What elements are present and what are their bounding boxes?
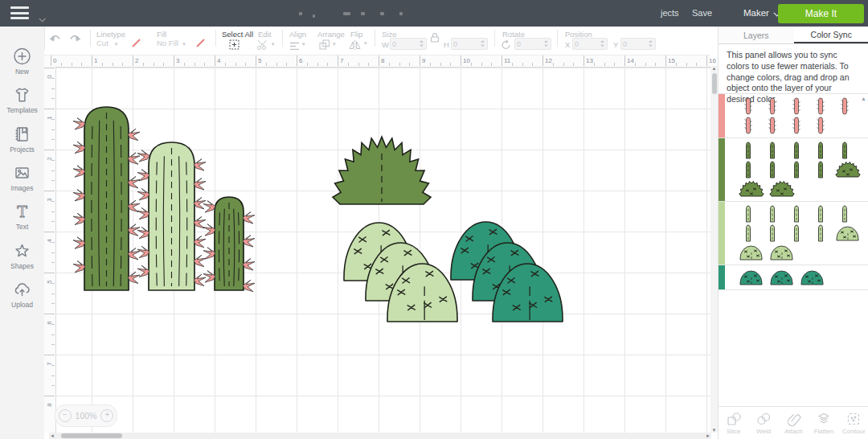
cactus-tall-dark[interactable] xyxy=(73,107,140,290)
action-label: Attach xyxy=(784,428,803,435)
layer-thumbnail-dome[interactable] xyxy=(768,243,796,262)
dome-cactus-group-teal[interactable] xyxy=(451,222,563,322)
color-sync-row-light-green[interactable] xyxy=(719,201,868,265)
sidebar-item-templates[interactable]: Templates xyxy=(0,80,44,119)
save-button[interactable]: Save xyxy=(692,8,712,18)
arrange-label[interactable]: Arrange xyxy=(317,30,345,39)
layer-thumbnail-dome[interactable] xyxy=(834,224,862,243)
fill-color-swatch[interactable] xyxy=(195,38,206,48)
scroll-up-icon[interactable]: ▲ xyxy=(712,66,717,71)
layer-thumbnail-sliver[interactable] xyxy=(768,224,776,243)
layer-thumbnail-dome[interactable] xyxy=(738,243,765,262)
projects-link[interactable]: jects xyxy=(661,8,679,18)
layer-thumbnail-dome[interactable] xyxy=(768,268,796,287)
header-chevron-icon[interactable] xyxy=(39,10,44,25)
layer-thumbnail-spine[interactable] xyxy=(743,116,754,135)
cactus-tall-light[interactable] xyxy=(137,142,206,290)
attach-button[interactable]: Attach xyxy=(779,407,809,439)
stepper-icon[interactable] xyxy=(419,39,424,48)
layer-thumbnail-spine[interactable] xyxy=(839,96,850,116)
layer-thumbnail-sliver[interactable] xyxy=(817,224,825,243)
layer-thumbnail-sliver[interactable] xyxy=(817,204,825,224)
layer-thumbnail-sliver[interactable] xyxy=(744,204,752,224)
select-all-button[interactable]: Select All xyxy=(222,30,253,39)
layer-thumbnail-sliver[interactable] xyxy=(792,224,800,243)
layer-thumbnail-sliver[interactable] xyxy=(768,204,776,224)
linetype-color-swatch[interactable] xyxy=(131,38,141,48)
layer-thumbnail-spine[interactable] xyxy=(791,116,802,135)
position-x-input[interactable]: 0 xyxy=(572,38,608,50)
layer-thumbnail-sliver[interactable] xyxy=(817,141,825,160)
machine-selector[interactable]: Maker xyxy=(743,8,779,18)
layer-thumbnail-sliver[interactable] xyxy=(817,160,825,179)
vertical-scrollbar[interactable]: ▲ ▼ xyxy=(710,66,718,433)
lock-icon[interactable] xyxy=(430,31,440,46)
scroll-down-icon[interactable]: ▼ xyxy=(712,428,717,433)
sidebar-item-new[interactable]: New xyxy=(0,42,44,80)
sidebar-item-shapes[interactable]: Shapes xyxy=(0,236,44,274)
flatten-button[interactable]: Flatten xyxy=(809,407,838,439)
horizontal-scrollbar[interactable]: ◄ ► xyxy=(49,433,711,439)
zoom-out-button[interactable]: − xyxy=(59,409,72,422)
sidebar-item-images[interactable]: Images xyxy=(0,158,44,197)
canvas-artwork[interactable] xyxy=(44,50,718,433)
layer-thumbnail-sliver[interactable] xyxy=(841,204,849,224)
sidebar-item-projects[interactable]: Projects xyxy=(0,120,44,158)
linetype-dropdown[interactable]: Cut ▾ xyxy=(96,39,117,47)
layer-thumbnail-sliver[interactable] xyxy=(744,160,752,179)
position-y-input[interactable]: 0 xyxy=(620,38,656,50)
tab-color-sync[interactable]: Color Sync xyxy=(794,27,868,43)
contour-button[interactable]: Contour xyxy=(839,407,868,439)
layer-thumbnail-spine[interactable] xyxy=(767,116,778,135)
sidebar-item-upload[interactable]: Upload xyxy=(0,275,44,314)
fill-dropdown[interactable]: No Fill ▾ xyxy=(157,39,186,47)
layer-thumbnail-spine[interactable] xyxy=(791,96,802,116)
layer-thumbnail-bush[interactable] xyxy=(767,179,797,199)
layer-thumbnail-spine[interactable] xyxy=(815,96,826,116)
edit-label[interactable]: Edit xyxy=(258,30,271,39)
layer-thumbnail-sliver[interactable] xyxy=(768,141,776,160)
cactus-short-dark[interactable] xyxy=(203,197,255,292)
flip-label[interactable]: Flip xyxy=(350,30,362,39)
layer-thumbnail-sliver[interactable] xyxy=(792,141,800,160)
layer-thumbnail-sliver[interactable] xyxy=(768,160,776,179)
undo-icon[interactable] xyxy=(48,32,62,47)
zoom-in-button[interactable]: + xyxy=(100,409,113,422)
tab-layers[interactable]: Layers xyxy=(719,27,794,43)
menu-icon[interactable] xyxy=(10,6,29,20)
layer-thumbnail-spine[interactable] xyxy=(767,96,778,116)
color-sync-row-salmon[interactable] xyxy=(719,93,868,137)
width-input[interactable]: 0 xyxy=(390,38,427,50)
height-input[interactable]: 0 xyxy=(451,38,488,50)
panel-scroll-up-icon[interactable]: ▲ xyxy=(861,96,866,101)
horizontal-scroll-thumb[interactable] xyxy=(61,433,122,438)
weld-button[interactable]: Weld xyxy=(748,407,778,439)
rotate-input[interactable]: 0 xyxy=(514,38,551,50)
layer-thumbnail-bush[interactable] xyxy=(833,160,863,179)
dome-cactus-group-light[interactable] xyxy=(344,223,457,322)
sidebar-item-text[interactable]: TText xyxy=(0,197,44,236)
layer-thumbnail-sliver[interactable] xyxy=(744,141,752,160)
layer-thumbnail-spine[interactable] xyxy=(743,96,754,116)
layer-thumbnail-sliver[interactable] xyxy=(792,204,800,224)
zoom-level: 100% xyxy=(76,411,97,421)
redo-icon[interactable] xyxy=(68,32,82,47)
color-bar xyxy=(719,94,725,137)
layer-thumbnail-dome[interactable] xyxy=(738,268,765,287)
layer-thumbnail-bush[interactable] xyxy=(736,179,767,199)
scroll-right-icon[interactable]: ► xyxy=(706,433,710,438)
slice-button[interactable]: Slice xyxy=(719,407,748,439)
vertical-scroll-thumb[interactable] xyxy=(712,73,717,94)
left-sidebar: NewTemplatesProjectsImagesTTextShapesUpl… xyxy=(0,27,45,439)
layer-thumbnail-dome[interactable] xyxy=(799,268,826,287)
align-label[interactable]: Align xyxy=(289,30,306,39)
make-it-button[interactable]: Make It xyxy=(778,4,864,23)
color-sync-row-teal[interactable] xyxy=(719,265,868,289)
layer-thumbnail-sliver[interactable] xyxy=(841,141,849,160)
layer-thumbnail-sliver[interactable] xyxy=(792,160,800,179)
layer-thumbnail-sliver[interactable] xyxy=(744,224,752,243)
spiky-bush-cactus[interactable] xyxy=(333,137,431,204)
layer-thumbnail-spine[interactable] xyxy=(815,116,826,135)
color-sync-row-olive-green[interactable] xyxy=(719,137,868,201)
scroll-left-icon[interactable]: ◄ xyxy=(50,433,55,438)
